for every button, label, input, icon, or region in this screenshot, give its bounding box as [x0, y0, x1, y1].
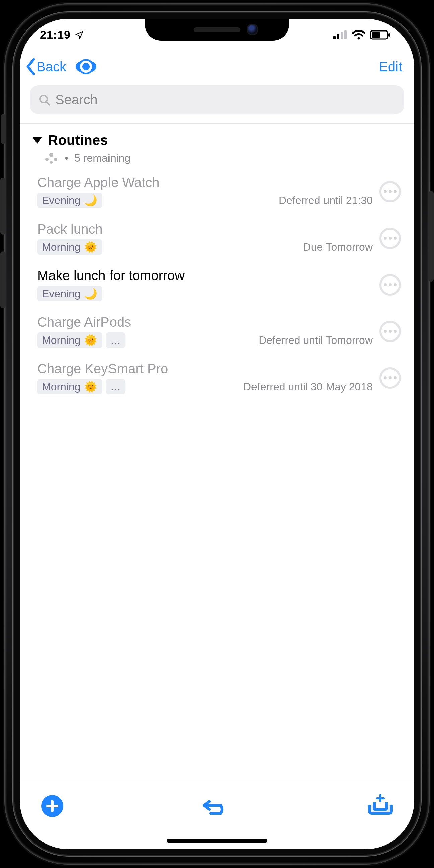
- tag-label: Morning: [42, 241, 81, 253]
- power-button: [428, 191, 434, 281]
- task-title: Charge KeySmart Pro: [37, 361, 373, 376]
- tag-morning[interactable]: Morning🌞: [37, 239, 102, 255]
- group-title: Routines: [48, 132, 108, 149]
- task-row[interactable]: Pack lunchMorning🌞Due Tomorrow: [20, 216, 414, 262]
- location-icon: [75, 30, 84, 39]
- task-row[interactable]: Charge KeySmart ProMorning🌞…Deferred unt…: [20, 355, 414, 402]
- tag-evening[interactable]: Evening🌙: [37, 286, 102, 301]
- status-time: 21:19: [40, 28, 71, 41]
- tag-morning[interactable]: Morning🌞: [37, 379, 102, 395]
- task-more-button[interactable]: [379, 274, 401, 296]
- speaker-grille: [194, 28, 240, 32]
- svg-line-9: [46, 102, 49, 105]
- plus-circle-icon: [41, 795, 63, 817]
- task-title: Charge Apple Watch: [37, 175, 373, 190]
- battery-icon: [370, 30, 391, 39]
- tag-label: Evening: [42, 194, 81, 207]
- task-status: Deferred until Tomorrow: [259, 334, 373, 346]
- svg-rect-6: [372, 32, 380, 37]
- tag-overflow[interactable]: …: [106, 379, 125, 395]
- tag-morning[interactable]: Morning🌞: [37, 333, 102, 348]
- tag-label: Morning: [42, 381, 81, 393]
- bottom-toolbar: [20, 781, 414, 831]
- moon-icon: 🌙: [84, 194, 97, 207]
- svg-rect-3: [344, 31, 346, 39]
- svg-rect-1: [337, 34, 339, 39]
- add-button[interactable]: [41, 795, 63, 817]
- wifi-icon: [352, 30, 365, 39]
- cellular-icon: [333, 31, 347, 39]
- task-title: Make lunch for tomorrow: [37, 268, 373, 283]
- svg-point-4: [358, 37, 360, 39]
- group-header[interactable]: Routines: [32, 132, 404, 149]
- task-status: Deferred until 21:30: [279, 194, 373, 207]
- chevron-left-icon: [26, 58, 36, 75]
- volume-up: [0, 178, 6, 235]
- inbox-button[interactable]: [368, 797, 393, 815]
- mute-switch: [1, 114, 6, 144]
- moon-icon: 🌙: [84, 287, 97, 300]
- task-more-button[interactable]: [379, 321, 401, 342]
- back-label: Back: [36, 59, 66, 74]
- task-title: Pack lunch: [37, 221, 373, 237]
- undo-icon: [201, 797, 230, 815]
- task-list: Charge Apple WatchEvening🌙Deferred until…: [20, 169, 414, 402]
- task-more-button[interactable]: [379, 367, 401, 389]
- task-status: Due Tomorrow: [303, 241, 373, 253]
- device-notch: [145, 19, 289, 40]
- tag-label: Morning: [42, 334, 81, 346]
- search-icon: [38, 94, 51, 106]
- task-status: Deferred until 30 May 2018: [243, 381, 373, 393]
- nav-bar: Back Edit: [20, 51, 414, 80]
- main-content: Routines • 5 remaining Charge Apple Watc…: [20, 123, 414, 402]
- remaining-text: 5 remaining: [74, 152, 130, 164]
- task-row[interactable]: Charge AirPodsMorning🌞…Deferred until To…: [20, 309, 414, 355]
- home-indicator: [167, 839, 267, 842]
- svg-rect-0: [333, 36, 336, 39]
- back-button[interactable]: Back: [26, 58, 66, 75]
- tag-overflow[interactable]: …: [106, 333, 125, 348]
- sun-icon: 🌞: [84, 380, 97, 393]
- device-frame: 21:19: [4, 3, 430, 865]
- tag-cluster-icon: [45, 153, 59, 163]
- inbox-icon: [368, 797, 393, 815]
- tag-label: Evening: [42, 287, 81, 300]
- edit-button[interactable]: Edit: [379, 59, 402, 74]
- undo-button[interactable]: [201, 797, 230, 815]
- sun-icon: 🌞: [84, 241, 97, 253]
- sun-icon: 🌞: [84, 334, 97, 346]
- eye-icon[interactable]: [76, 60, 96, 73]
- task-more-button[interactable]: [379, 181, 401, 203]
- task-more-button[interactable]: [379, 227, 401, 249]
- task-row[interactable]: Charge Apple WatchEvening🌙Deferred until…: [20, 169, 414, 216]
- task-row[interactable]: Make lunch for tomorrowEvening🌙: [20, 262, 414, 309]
- volume-down: [0, 251, 6, 308]
- svg-rect-7: [389, 33, 390, 36]
- search-input[interactable]: Search: [30, 86, 404, 114]
- svg-rect-2: [341, 32, 343, 39]
- search-placeholder: Search: [55, 92, 98, 107]
- bullet: •: [65, 152, 68, 164]
- tag-evening[interactable]: Evening🌙: [37, 193, 102, 208]
- disclosure-triangle-icon: [32, 137, 42, 144]
- front-camera: [248, 25, 257, 34]
- task-title: Charge AirPods: [37, 315, 373, 330]
